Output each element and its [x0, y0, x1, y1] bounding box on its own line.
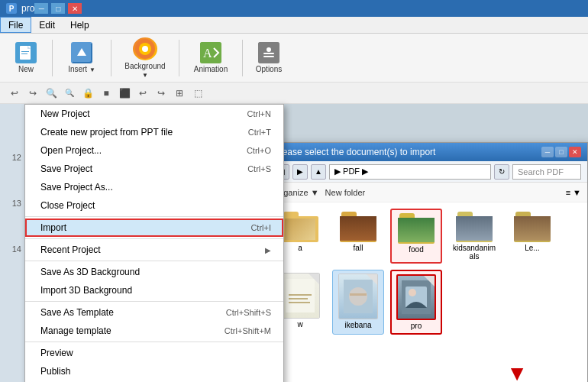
save-template-label: Save As Template — [40, 307, 114, 318]
menu-help[interactable]: Help — [63, 17, 97, 33]
dialog-title-bar: Please select the document(s) to import … — [268, 143, 587, 161]
folder-food[interactable]: food — [390, 209, 442, 264]
folder-kids-label: kidsandanimals — [451, 244, 497, 261]
maximize-button[interactable]: □ — [51, 3, 65, 14]
close-button[interactable]: ✕ — [68, 3, 82, 14]
menu-item-save[interactable]: Save Project Ctrl+S — [25, 160, 283, 178]
new-project-label: New Project — [40, 108, 90, 119]
toolbar-sep-1 — [52, 40, 53, 76]
animation-button[interactable]: A Animation — [186, 37, 236, 79]
dialog-search[interactable]: Search PDF — [512, 164, 581, 180]
menu-item-save-as[interactable]: Save Project As... — [25, 178, 283, 196]
red-arrow: ▼ — [506, 361, 528, 382]
grid-button[interactable]: ⊞ — [171, 85, 188, 102]
menu-item-recent[interactable]: Recent Project ▶ — [25, 241, 283, 259]
stop-button[interactable]: ■ — [98, 85, 115, 102]
view-toggle[interactable]: ≡ ▼ — [566, 188, 581, 197]
svg-point-23 — [409, 289, 416, 296]
file-ikebana-label: ikebana — [344, 321, 371, 329]
dialog-nav: ◀ ▶ ▲ ▶ PDF ▶ ↻ Search PDF — [268, 161, 587, 183]
close-label: Close Project — [40, 200, 95, 211]
dialog-toolbar: Organize ▼ New folder ≡ ▼ — [268, 183, 587, 202]
svg-rect-20 — [350, 293, 367, 296]
undo-button[interactable]: ↩ — [6, 85, 23, 102]
menu-item-save-3d[interactable]: Save As 3D Background — [25, 263, 283, 281]
menu-item-save-template[interactable]: Save As Template Ctrl+Shift+S — [25, 303, 283, 322]
menu-file[interactable]: File — [0, 17, 31, 33]
back-button[interactable]: ↩ — [134, 85, 151, 102]
open-shortcut: Ctrl+O — [247, 146, 271, 155]
options-button[interactable]: Options — [249, 37, 289, 79]
dialog-title: Please select the document(s) to import — [274, 147, 435, 157]
new-project-shortcut: Ctrl+N — [247, 109, 271, 118]
svg-rect-15 — [289, 294, 312, 296]
svg-rect-12 — [263, 53, 274, 54]
import-shortcut: Ctrl+I — [250, 223, 271, 232]
sep-5 — [25, 342, 283, 342]
folder-fall[interactable]: fall — [332, 209, 384, 264]
svg-rect-16 — [289, 298, 308, 299]
menu-item-new-project[interactable]: New Project Ctrl+N — [25, 105, 283, 123]
new-folder-button[interactable]: New folder — [325, 188, 366, 197]
menu-item-create-ppt[interactable]: Create new project from PPT file Ctrl+T — [25, 123, 283, 141]
insert-button[interactable]: Insert ▼ — [59, 37, 105, 79]
slide-numbers: 12 13 14 — [0, 104, 24, 382]
redo-button[interactable]: ↪ — [24, 85, 41, 102]
menu-item-import[interactable]: Import Ctrl+I — [25, 219, 283, 237]
menu-edit[interactable]: Edit — [31, 17, 63, 33]
window-controls: ─ □ ✕ — [34, 3, 82, 14]
lock-button[interactable]: 🔒 — [79, 85, 96, 102]
dialog-close[interactable]: ✕ — [569, 147, 581, 157]
menu-item-open[interactable]: Open Project... Ctrl+O — [25, 141, 283, 160]
secondary-toolbar: ↩ ↪ 🔍 🔍 🔒 ■ ⬛ ↩ ↪ ⊞ ⬚ — [0, 83, 588, 104]
dialog-breadcrumb: ▶ PDF ▶ — [329, 164, 491, 180]
animation-label: Animation — [194, 65, 228, 73]
dialog-refresh[interactable]: ↻ — [494, 164, 509, 180]
expand-button[interactable]: ⬚ — [189, 85, 206, 102]
slide-num-14: 14 — [0, 226, 24, 272]
dialog-up[interactable]: ▲ — [311, 164, 326, 180]
background-button[interactable]: Background ▼ — [118, 37, 173, 79]
file-menu-dropdown: New Project Ctrl+N Create new project fr… — [24, 104, 284, 382]
insert-icon — [71, 42, 92, 63]
dialog-minimize[interactable]: ─ — [541, 147, 554, 157]
sep-2 — [25, 238, 283, 239]
folder-food-label: food — [409, 245, 423, 254]
menu-item-publish[interactable]: Publish — [25, 362, 283, 380]
dialog-controls: ─ □ ✕ — [541, 147, 581, 157]
svg-text:A: A — [203, 47, 212, 60]
file-pro[interactable]: pro — [390, 270, 442, 335]
menu-item-manage-template[interactable]: Manage template Ctrl+Shift+M — [25, 322, 283, 340]
options-icon — [258, 42, 279, 63]
minimize-button[interactable]: ─ — [34, 3, 48, 14]
zoom-in-button[interactable]: 🔍 — [43, 85, 60, 102]
svg-rect-2 — [21, 53, 27, 54]
folder-leo-icon — [514, 212, 551, 242]
folder-a-icon — [282, 212, 318, 242]
file-dialog: Please select the document(s) to import … — [267, 142, 588, 382]
dialog-maximize[interactable]: □ — [555, 147, 567, 157]
toolbar-sep-4 — [242, 40, 243, 76]
file-ikebana-icon — [338, 274, 378, 319]
zoom-out-button[interactable]: 🔍 — [61, 85, 78, 102]
forward-button[interactable]: ↪ — [153, 85, 170, 102]
file-ikebana[interactable]: ikebana — [332, 270, 384, 335]
toolbar-sep-2 — [111, 40, 111, 76]
open-label: Open Project... — [40, 145, 102, 156]
folder-fall-label: fall — [354, 244, 363, 252]
publish-label: Publish — [40, 366, 70, 377]
import-3d-label: Import 3D Background — [40, 285, 132, 296]
menu-item-import-3d[interactable]: Import 3D Background — [25, 281, 283, 299]
sep-1 — [25, 216, 283, 217]
manage-template-shortcut: Ctrl+Shift+M — [225, 326, 271, 335]
save-template-shortcut: Ctrl+Shift+S — [226, 308, 271, 317]
dialog-forward[interactable]: ▶ — [292, 164, 308, 180]
menu-item-preview[interactable]: Preview — [25, 344, 283, 362]
new-button[interactable]: New — [6, 37, 46, 79]
folder-kids[interactable]: kidsandanimals — [448, 209, 500, 264]
menu-item-close[interactable]: Close Project — [25, 196, 283, 215]
square-button[interactable]: ⬛ — [116, 85, 133, 102]
create-ppt-shortcut: Ctrl+T — [248, 128, 271, 137]
folder-leo[interactable]: Le... — [506, 209, 558, 264]
recent-label: Recent Project — [40, 244, 101, 255]
